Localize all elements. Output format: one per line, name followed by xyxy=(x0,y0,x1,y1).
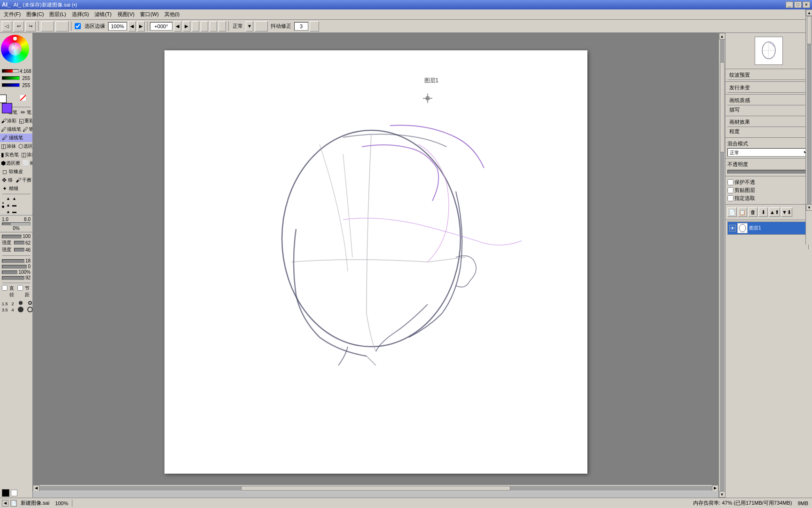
strength1-slider[interactable] xyxy=(14,241,24,245)
right-scroll-up[interactable]: ▲ xyxy=(806,9,812,16)
layer-up-icon[interactable]: ▲⬆ xyxy=(769,207,780,217)
v-scroll-up-btn[interactable]: ▲ xyxy=(719,33,726,40)
zoom-input[interactable] xyxy=(108,22,127,31)
extra-slider2[interactable] xyxy=(2,265,27,269)
angle-input[interactable] xyxy=(150,22,172,31)
pitch-checkbox[interactable] xyxy=(17,285,23,291)
angle-btn-1[interactable]: ◀ xyxy=(174,21,181,32)
blend-mode-select[interactable]: 正常 正片叠底 滤色 xyxy=(727,148,810,157)
menu-filter[interactable]: 滤镜(T) xyxy=(92,10,114,19)
size-min-label: 1.0 xyxy=(2,217,8,222)
tool-color-brush[interactable]: 🖌 涂彩 ◱ 重彩 xyxy=(0,117,32,125)
toolbar-btn-4[interactable] xyxy=(41,21,54,32)
zoom-dec-btn[interactable]: ◀ xyxy=(128,21,136,32)
toolbar-btn-1[interactable]: ◁ xyxy=(2,21,12,32)
extra-slider4[interactable] xyxy=(2,276,24,280)
tool-solid-pen[interactable]: ▮ 实色笔 ◫ 涂抹 xyxy=(0,151,32,159)
selection-edge-checkbox[interactable] xyxy=(75,23,81,29)
h-scroll-left-btn[interactable]: ◀ xyxy=(33,485,39,492)
large-dot-btn[interactable] xyxy=(18,307,23,312)
h-scroll-right-btn[interactable]: ▶ xyxy=(712,485,718,492)
zoom-inc-btn[interactable]: ▶ xyxy=(137,21,145,32)
angle-btn-3[interactable] xyxy=(192,21,199,32)
radius-checkbox[interactable] xyxy=(2,285,8,291)
small-dot-hollow[interactable] xyxy=(28,301,32,305)
menu-view[interactable]: 视图(V) xyxy=(115,10,138,19)
h-scroll-thumb[interactable] xyxy=(241,486,510,491)
r-slider-track[interactable] xyxy=(2,69,19,73)
menu-other[interactable]: 其他(I) xyxy=(162,10,182,19)
transparent-button[interactable] xyxy=(20,95,26,101)
background-color-swatch[interactable] xyxy=(0,95,7,103)
delete-layer-icon[interactable]: 🗑 xyxy=(748,207,757,217)
small-dot-btn[interactable] xyxy=(19,301,23,305)
angle-btn-6[interactable] xyxy=(219,21,226,32)
copy-layer-icon[interactable]: 📋 xyxy=(738,207,747,217)
black-swatch[interactable] xyxy=(2,489,9,497)
foreground-color-swatch[interactable] xyxy=(2,103,12,113)
extra-slider1[interactable] xyxy=(2,259,24,263)
right-outer-scrollbar[interactable]: ▲ ▼ xyxy=(805,9,812,245)
layer-visibility-toggle[interactable]: 👁 xyxy=(729,225,736,231)
h-scroll-track[interactable] xyxy=(39,486,712,491)
opacity-track[interactable] xyxy=(727,170,810,174)
texture-preset-btn[interactable]: 纹波预置 xyxy=(727,71,810,80)
blend-mode-down[interactable]: ▼ xyxy=(246,21,253,32)
merge-layer-icon[interactable]: ⬇ xyxy=(758,207,768,217)
size-track[interactable] xyxy=(2,222,31,225)
menu-image[interactable]: 图像(C) xyxy=(23,10,47,19)
v-scroll-track[interactable] xyxy=(720,40,725,491)
blending-source-btn[interactable]: 发行来变 xyxy=(727,83,810,93)
specify-select-checkbox[interactable] xyxy=(727,195,734,201)
right-scroll-thumb-elem[interactable] xyxy=(807,16,812,44)
color-swatches xyxy=(0,90,32,106)
menu-file[interactable]: 文件(F) xyxy=(1,10,23,19)
tool-line-pen[interactable]: 🖊 描线笔 🖊 笔 xyxy=(0,125,32,134)
strength2-slider[interactable] xyxy=(14,248,24,252)
drawing-canvas[interactable]: 图层1 xyxy=(164,50,587,474)
angle-btn-5[interactable] xyxy=(210,21,217,32)
color-wheel-area[interactable] xyxy=(1,35,31,65)
status-scroll-left[interactable]: ◀ xyxy=(2,500,8,507)
toolbar-btn-3[interactable]: ↪ xyxy=(25,21,36,32)
white-swatch[interactable] xyxy=(11,490,17,496)
stabilize-box[interactable] xyxy=(310,21,319,32)
b-slider-track[interactable] xyxy=(2,83,20,87)
close-button[interactable]: ✕ xyxy=(803,1,810,8)
h-scrollbar: ◀ ▶ xyxy=(33,484,718,491)
extra-slider3[interactable] xyxy=(2,270,17,274)
stabilize-input[interactable] xyxy=(294,22,308,31)
menu-layer[interactable]: 图层(L) xyxy=(47,10,69,19)
clip-layer-checkbox[interactable] xyxy=(727,187,734,193)
menu-select[interactable]: 选择(S) xyxy=(69,10,92,19)
toolbar-btn-5[interactable] xyxy=(55,21,69,32)
angle-btn-4[interactable] xyxy=(201,21,208,32)
maximize-button[interactable]: □ xyxy=(794,1,802,8)
angle-btn-2[interactable]: ▶ xyxy=(183,21,190,32)
tool-smear[interactable]: ◫ 涂抹 ⬡ 选区笔 xyxy=(0,142,32,151)
tool-select-eraser[interactable]: ⬢ 选区擦 ⬜ 橡皮 xyxy=(0,159,32,167)
protect-alpha-checkbox[interactable] xyxy=(727,179,734,185)
g-slider-track[interactable] xyxy=(2,76,20,80)
large-dot-hollow[interactable] xyxy=(27,307,33,312)
move-icon: ✥ xyxy=(1,176,8,184)
right-scroll-down[interactable]: ▼ xyxy=(806,204,812,211)
paper-texture-btn[interactable]: 画纸质感 xyxy=(727,96,810,105)
menu-window[interactable]: 窗口(W) xyxy=(137,10,162,19)
new-layer-icon[interactable]: 📄 xyxy=(727,207,737,217)
toolbar-btn-6[interactable] xyxy=(255,21,268,32)
tool-soft-eraser[interactable]: ◻ 软橡皮 xyxy=(0,167,32,176)
tool-fine[interactable]: ✦ 精细 xyxy=(0,184,32,193)
toolbar-btn-2[interactable]: ↩ xyxy=(14,21,24,32)
v-scroll-down-btn[interactable]: ▼ xyxy=(719,491,726,498)
tool-move[interactable]: ✥ 移 🖌 干擦 xyxy=(0,176,32,184)
minimize-button[interactable]: _ xyxy=(786,1,793,8)
pitch-label: 节距 xyxy=(25,285,31,298)
tool-sketch[interactable]: 🖊 描线笔 xyxy=(0,134,32,142)
canvas-effect-btn[interactable]: 画材效果 xyxy=(727,118,810,127)
canvas-inner[interactable]: 图层1 ◀ ▶ xyxy=(33,33,718,491)
layer-item-1[interactable]: 👁 图层1 xyxy=(727,222,810,235)
opacity-slider[interactable] xyxy=(2,235,22,238)
layer-down-icon[interactable]: ▼⬇ xyxy=(781,207,792,217)
v-scroll-thumb[interactable] xyxy=(720,62,725,152)
